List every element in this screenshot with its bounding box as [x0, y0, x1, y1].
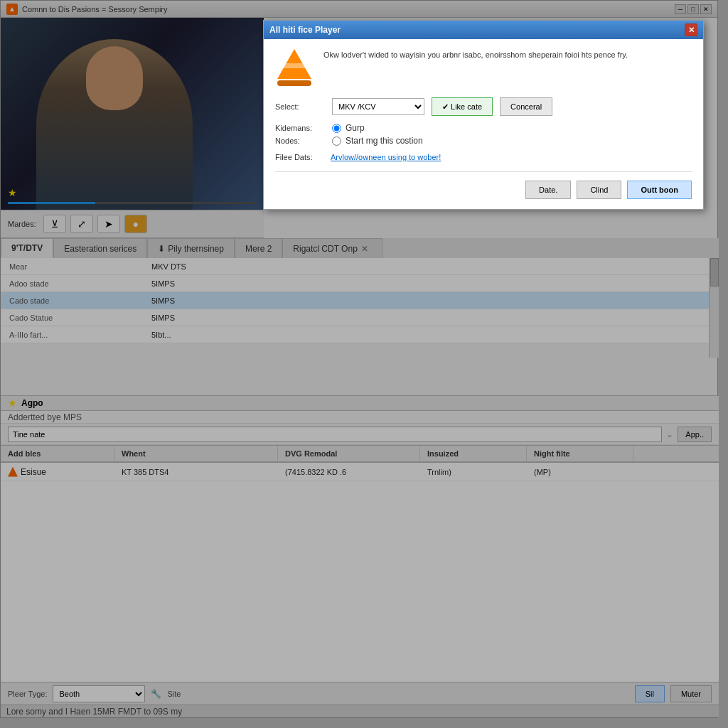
kidemans-label: Kidemans: [275, 124, 325, 132]
like-cate-button[interactable]: ✔ Like cate [432, 97, 493, 116]
nodes-value: Start mg this costion [346, 136, 423, 146]
nodes-radio-input[interactable] [332, 136, 341, 146]
dialog-body: Okw lodver't wided to wayisin you arbnr … [264, 39, 703, 209]
dialog-titlebar: All hiti fice Player ✕ [264, 21, 703, 39]
file-dats-row: Filee Dats: Arvlow//owneen using to wobe… [275, 153, 692, 161]
dialog-description: Okw lodver't wided to wayisin you arbnr … [323, 49, 628, 87]
vlc-logo [275, 49, 314, 87]
dialog-top: Okw lodver't wided to wayisin you arbnr … [275, 49, 692, 87]
kidemans-row: Kidemans: Gurp [275, 123, 692, 133]
vlc-base [277, 80, 311, 86]
conceral-button[interactable]: Conceral [500, 97, 552, 116]
kidemans-radio-input[interactable] [332, 124, 341, 133]
file-dats-link[interactable]: Arvlow//owneen using to wober! [331, 153, 441, 161]
vlc-cone [277, 49, 311, 79]
select-row: Select: MKV /KCV ✔ Like cate Conceral [275, 97, 692, 116]
format-select[interactable]: MKV /KCV [332, 98, 424, 115]
nodes-radio: Start mg this costion [332, 136, 423, 146]
dialog-title: All hiti fice Player [269, 25, 341, 35]
dialog: All hiti fice Player ✕ Okw lodver't wide… [263, 20, 704, 210]
date-button[interactable]: Date. [525, 181, 571, 199]
dialog-close-button[interactable]: ✕ [685, 23, 697, 36]
nodes-row: Nodes: Start mg this costion [275, 136, 692, 146]
clind-button[interactable]: Clind [577, 181, 621, 199]
nodes-label: Nodes: [275, 136, 325, 145]
select-label: Select: [275, 102, 325, 111]
file-dats-label: Filee Dats: [275, 153, 325, 161]
kidemans-value: Gurp [346, 123, 365, 133]
out-boon-button[interactable]: Outt boon [627, 181, 692, 199]
kidemans-radio: Gurp [332, 123, 365, 133]
dialog-footer: Date. Clind Outt boon [275, 171, 692, 199]
vlc-cone-stripe [280, 63, 309, 68]
